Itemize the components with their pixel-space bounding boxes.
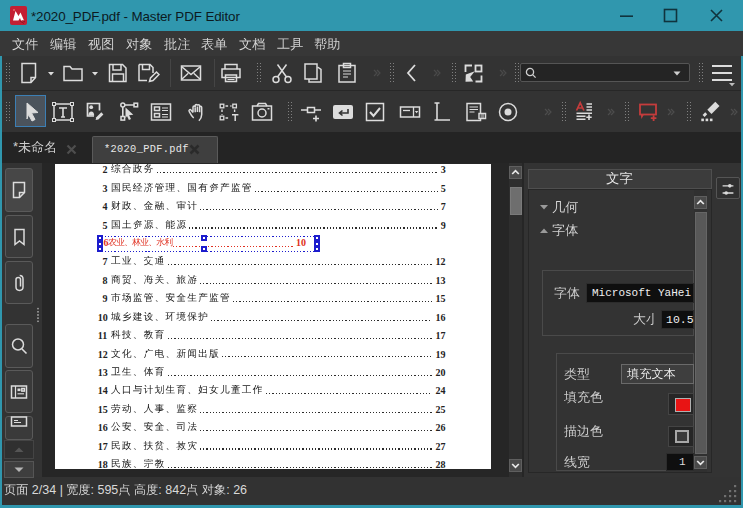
- svg-text:*: *: [13, 141, 18, 154]
- svg-text:: 842: : 842: [158, 484, 186, 497]
- svg-text:2/34 |: 2/34 |: [28, 484, 66, 497]
- svg-text:: 26: : 26: [226, 484, 247, 497]
- svg-text:: 595: : 595: [91, 484, 119, 497]
